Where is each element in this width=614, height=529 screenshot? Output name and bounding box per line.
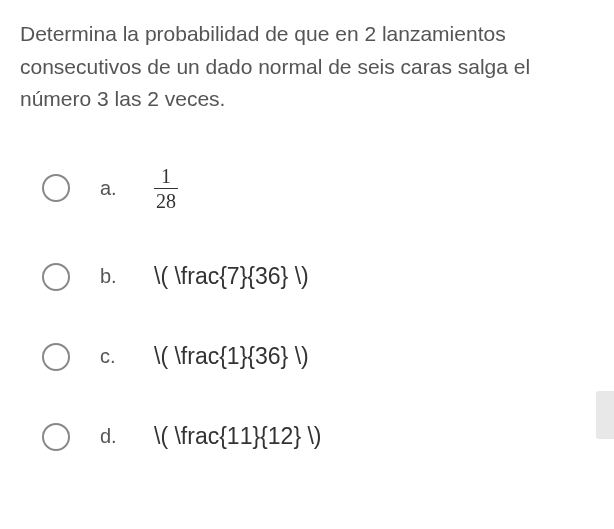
scroll-indicator[interactable] <box>596 391 614 439</box>
fraction-a-den: 28 <box>154 188 178 211</box>
radio-b[interactable] <box>42 263 70 291</box>
option-b-content: \( \frac{7}{36} \) <box>154 263 309 290</box>
option-a-label: a. <box>100 177 124 200</box>
option-a: a. 1 28 <box>42 166 594 211</box>
option-a-content: 1 28 <box>154 166 178 211</box>
option-d-content: \( \frac{11}{12} \) <box>154 423 322 450</box>
option-b: b. \( \frac{7}{36} \) <box>42 263 594 291</box>
option-d-label: d. <box>100 425 124 448</box>
option-c-label: c. <box>100 345 124 368</box>
fraction-a: 1 28 <box>154 166 178 211</box>
option-d: d. \( \frac{11}{12} \) <box>42 423 594 451</box>
question-text: Determina la probabilidad de que en 2 la… <box>20 18 594 116</box>
option-c: c. \( \frac{1}{36} \) <box>42 343 594 371</box>
radio-d[interactable] <box>42 423 70 451</box>
option-b-label: b. <box>100 265 124 288</box>
radio-a[interactable] <box>42 174 70 202</box>
options-container: a. 1 28 b. \( \frac{7}{36} \) c. \( \fra… <box>20 166 594 451</box>
radio-c[interactable] <box>42 343 70 371</box>
fraction-a-num: 1 <box>159 166 173 188</box>
option-c-content: \( \frac{1}{36} \) <box>154 343 309 370</box>
